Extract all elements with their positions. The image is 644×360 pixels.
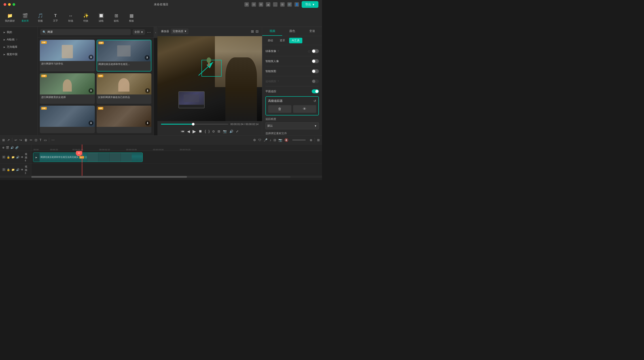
toolbar-item-my-assets[interactable]: 📁 我的素材 [3, 11, 17, 25]
tl-more-icon[interactable]: ⋯ [52, 138, 54, 142]
motion-tracking-toggle[interactable] [312, 79, 319, 83]
grid-view-icon[interactable]: ⊞ [251, 29, 254, 33]
volume-button[interactable]: 🔊 [230, 130, 233, 133]
download-icon-1[interactable]: ⬇ [88, 55, 94, 60]
media-card-4[interactable]: VIP ⬇ 女孩听网课并修改自己的作品 [96, 73, 152, 104]
tl-music-icon[interactable]: ♪ [270, 138, 271, 142]
track-audio-icon-4[interactable]: 🔊 [16, 156, 20, 159]
headphone-icon[interactable]: 🎧 [273, 2, 278, 7]
user-icon[interactable]: 👤 [294, 2, 299, 7]
tl-cut-icon[interactable]: ✂ [30, 138, 32, 142]
quality-selector[interactable]: 完整画质 ▼ [171, 29, 188, 34]
left-panel-item-ai[interactable]: ▶ AI绘画 ? [0, 36, 37, 43]
tl-undo-icon[interactable]: ↩ [14, 138, 17, 142]
tl-link-icon[interactable]: 🔗 [15, 146, 18, 149]
timeline-scrollbar-thumb[interactable] [31, 176, 187, 178]
tl-track-add-icon[interactable]: ⊕ [2, 146, 4, 149]
settings-icon[interactable]: ⚙ [244, 2, 249, 7]
media-card-5[interactable]: VIP ⬇ [40, 106, 95, 133]
media-card-2[interactable]: VIP ⬇ 网课结束后老师和学生相互... [96, 40, 152, 71]
media-card-1[interactable]: VIP ⬇ 进行网课学习的学生 [40, 40, 95, 71]
collapse-panel-button[interactable]: ‹ [154, 27, 158, 38]
tl-camera-icon[interactable]: 📷 [278, 138, 282, 142]
toolbar-item-audio[interactable]: 🎵 音频 [33, 11, 48, 25]
stop-button[interactable]: ⏹ [198, 129, 202, 133]
export-button[interactable]: 导出 ▼ [302, 1, 318, 8]
tracker-eye-button[interactable]: 👁 [293, 105, 316, 113]
left-panel-item-wanxing[interactable]: ▶ 万兴喵库 [0, 43, 37, 51]
track-folder-icon-3[interactable]: 📁 [12, 168, 15, 171]
cart-icon[interactable]: 🛒 [287, 2, 292, 7]
track-lock-icon-3[interactable]: 🔒 [7, 168, 10, 171]
media-card-3[interactable]: VIP ⬇ 进行网课教育的女老师 [40, 73, 95, 104]
fullscreen-button[interactable]: ⤢ [236, 130, 238, 133]
toolbar-item-templates[interactable]: ▦ 模板 [124, 11, 139, 25]
step-back-button[interactable]: ◀ [187, 129, 190, 134]
tl-screen-icon[interactable]: ⊟ [274, 138, 276, 142]
plane-tracking-toggle[interactable] [312, 89, 319, 93]
refresh-icon[interactable]: ↺ [314, 99, 316, 103]
smart-portrait-toggle[interactable] [312, 59, 319, 63]
smart-cutout-toggle[interactable] [312, 69, 319, 73]
track-eye-icon-4[interactable]: 👁 [21, 156, 24, 159]
tl-mic-icon[interactable]: 🎤 [264, 138, 268, 142]
left-panel-item-visual[interactable]: ▶ 视觉中国 [0, 51, 37, 58]
minimize-button[interactable] [8, 3, 11, 6]
sub-tab-basic[interactable]: 基础 [265, 38, 276, 43]
tab-speed[interactable]: 变速 [302, 27, 322, 36]
tl-select-icon[interactable]: ↗ [7, 138, 10, 142]
tl-video-icon[interactable]: 🎬 [6, 146, 9, 149]
download-icon-3[interactable]: ⬇ [88, 88, 94, 93]
rewind-button[interactable]: ⏮ [181, 129, 184, 133]
more-options-icon[interactable]: ⋯ [147, 30, 151, 35]
timeline-scrollbar[interactable] [31, 176, 291, 178]
tab-color[interactable]: 颜色 [282, 27, 302, 36]
media-card-6[interactable]: VIP ⬇ [96, 106, 152, 133]
insert-button[interactable]: ⊙ [212, 130, 215, 133]
track-precision-select[interactable]: 默认 ▼ [266, 122, 319, 129]
sub-tab-mask[interactable]: 遮罩 [277, 38, 288, 43]
search-box[interactable]: 🔍 [40, 29, 131, 35]
tl-audio-track-icon[interactable]: 🔊 [10, 146, 14, 149]
layout-icon[interactable]: ⊞ [280, 2, 285, 7]
tl-split-icon[interactable]: ⊞ [2, 138, 5, 142]
toolbar-item-stickers[interactable]: ⊞ 贴纸 [109, 11, 124, 25]
sub-tab-ai[interactable]: AI工具 [289, 38, 302, 43]
download-icon-5[interactable]: ⬇ [88, 121, 94, 126]
seek-handle[interactable] [192, 123, 194, 126]
tab-video[interactable]: 视频 [262, 27, 282, 36]
play-button[interactable]: ▶ [192, 129, 196, 134]
seek-bar[interactable] [161, 124, 228, 125]
display-icon[interactable]: ⊟ [252, 2, 256, 7]
tl-rect-icon[interactable]: ▭ [44, 138, 47, 142]
toolbar-item-transition[interactable]: ↔ 转场 [64, 11, 78, 25]
out-point-button[interactable]: } [209, 130, 210, 133]
download-icon-2[interactable]: ⬇ [145, 55, 150, 60]
maximize-button[interactable] [12, 3, 15, 6]
screen-button[interactable]: ⊟ [218, 130, 220, 133]
expand-icon[interactable]: ⊟ [256, 29, 258, 33]
green-screen-toggle[interactable] [312, 49, 319, 53]
tl-vol-icon[interactable]: 🔇 [284, 138, 288, 142]
left-panel-item-my[interactable]: ▶ 我的 [0, 29, 37, 36]
cloud-icon[interactable]: ☁ [266, 2, 270, 7]
toolbar-item-filters[interactable]: 🔲 滤镜 [94, 11, 108, 25]
download-icon-4[interactable]: ⬇ [145, 88, 150, 93]
track-folder-icon-4[interactable]: 📁 [12, 156, 15, 159]
tl-settings-icon[interactable]: ⚙ [253, 138, 256, 142]
grid-icon[interactable]: ⊞ [259, 2, 263, 7]
track-lock-icon-4[interactable]: 🔒 [7, 156, 10, 159]
close-button[interactable] [4, 3, 6, 6]
tl-redo-icon[interactable]: ↪ [20, 138, 22, 142]
tl-delete-icon[interactable]: 🗑 [24, 138, 28, 142]
search-input[interactable] [48, 31, 128, 34]
toolbar-item-material[interactable]: 🎬 素材库 [18, 11, 32, 25]
tl-add-icon[interactable]: ⊕ [310, 138, 312, 142]
snapshot-button[interactable]: 📷 [223, 130, 227, 133]
tl-shield-icon[interactable]: 🛡 [258, 138, 262, 142]
tracker-delete-button[interactable]: 🗑 [268, 105, 291, 113]
tl-crop-icon[interactable]: ⊡ [35, 138, 37, 142]
in-point-button[interactable]: { [205, 130, 206, 133]
tl-text-icon[interactable]: T [40, 138, 42, 142]
track-audio-icon-3[interactable]: 🔊 [16, 168, 20, 171]
